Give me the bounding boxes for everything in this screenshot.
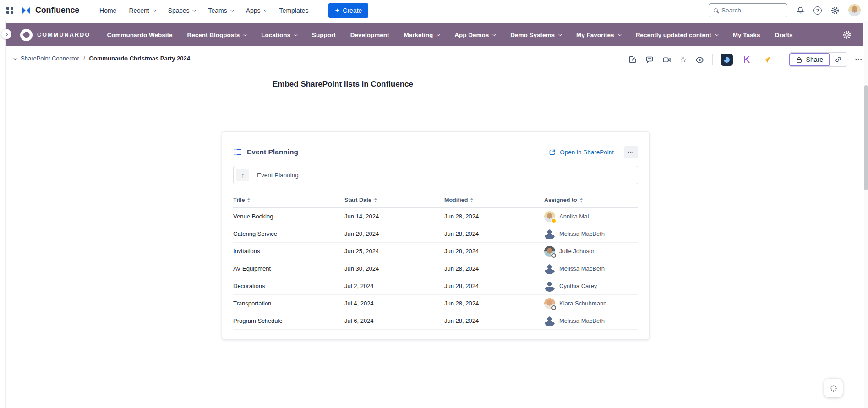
assignee-avatar (544, 298, 555, 309)
topnav-item[interactable]: Recent (129, 7, 155, 14)
list-more-button[interactable]: ••• (624, 146, 638, 158)
space-nav-item[interactable]: Demo Systems (510, 32, 562, 38)
space-nav-item[interactable]: My Favorites (576, 32, 621, 38)
cell-assigned-to: Melissa MacBeth (544, 316, 638, 326)
space-nav-item-label: Development (350, 32, 389, 38)
space-nav-item-label: Drafts (775, 32, 792, 38)
floating-loading-button[interactable] (824, 379, 843, 397)
space-nav-item[interactable]: Development (350, 32, 389, 38)
presence-badge (551, 218, 556, 223)
scrollbar-track[interactable] (864, 21, 868, 408)
topnav-item[interactable]: Spaces (168, 7, 196, 14)
assignee-link[interactable]: Annika Mai (559, 213, 589, 220)
space-nav-item[interactable]: App Demos (454, 32, 496, 38)
cell-assigned-to: Cynthia Carey (544, 281, 638, 292)
create-button-label: Create (343, 7, 362, 14)
assignee-avatar (544, 316, 555, 326)
top-navbar: Confluence Home Recent Spaces Teams Apps… (0, 0, 868, 21)
topnav-item-label: Teams (208, 7, 227, 14)
sort-icon (374, 198, 377, 202)
settings-gear-icon[interactable] (830, 6, 840, 15)
video-icon[interactable] (662, 55, 671, 65)
list-breadcrumb-label[interactable]: Event Planning (257, 172, 299, 179)
breadcrumb-space-link[interactable]: SharePoint Connector (21, 55, 79, 62)
loom-app-icon[interactable] (721, 54, 733, 66)
chevron-down-icon (558, 32, 562, 36)
cell-title: Catering Service (233, 230, 344, 237)
table-row[interactable]: Invitations Jun 25, 2024 Jun 28, 2024 Ju… (233, 243, 638, 260)
assignee-link[interactable]: Melissa MacBeth (559, 317, 605, 324)
space-nav-item[interactable]: Support (312, 32, 336, 38)
table-row[interactable]: Transportation Jul 4, 2024 Jun 28, 2024 … (233, 295, 638, 312)
breadcrumb-page-title[interactable]: Communardo Christmas Party 2024 (89, 55, 190, 62)
cell-start-date: Jun 14, 2024 (344, 213, 444, 220)
app-switcher-icon[interactable] (6, 7, 13, 14)
presence-badge (551, 305, 556, 310)
watch-eye-icon[interactable] (695, 55, 704, 65)
up-arrow-button[interactable]: ↑ (236, 169, 249, 181)
cell-start-date: Jul 6, 2024 (344, 317, 444, 324)
table-row[interactable]: Catering Service Jun 20, 2024 Jun 28, 20… (233, 225, 638, 243)
space-nav-item[interactable]: Marketing (404, 32, 440, 38)
table-row[interactable]: Decorations Jul 2, 2024 Jun 28, 2024 Cyn… (233, 277, 638, 295)
breadcrumb: SharePoint Connector / Communardo Christ… (14, 55, 190, 62)
topnav-item[interactable]: Templates (279, 7, 309, 14)
topnav-item[interactable]: Teams (208, 7, 233, 14)
space-nav-item[interactable]: Recently updated content (636, 32, 718, 38)
search-box[interactable] (709, 3, 787, 17)
cell-assigned-to: Annika Mai (544, 211, 638, 222)
assignee-avatar (544, 281, 555, 292)
assignee-avatar (544, 246, 555, 257)
table-row[interactable]: Program Schedule Jul 6, 2024 Jun 28, 202… (233, 312, 638, 330)
comment-icon[interactable] (645, 55, 654, 64)
list-icon (233, 147, 242, 157)
help-icon[interactable]: ? (813, 6, 822, 15)
communardo-brand[interactable]: COMMUNARDO (20, 29, 90, 41)
table-row[interactable]: AV Equipment Jun 30, 2024 Jun 28, 2024 M… (233, 260, 638, 277)
table-column-header[interactable]: Start Date (344, 197, 444, 203)
table-column-header[interactable]: Title (233, 197, 344, 203)
space-settings-gear-icon[interactable] (842, 30, 852, 40)
chevron-down-icon (263, 8, 267, 11)
chevron-down-icon[interactable] (14, 57, 16, 60)
space-nav-item[interactable]: Locations (261, 32, 297, 38)
space-nav-item[interactable]: My Tasks (733, 32, 760, 38)
space-nav-item-label: Support (312, 32, 336, 38)
topnav-item-label: Spaces (168, 7, 190, 14)
topnav-item[interactable]: Home (99, 7, 116, 14)
assignee-link[interactable]: Cynthia Carey (559, 283, 597, 289)
k-app-icon[interactable]: K (741, 54, 753, 66)
paper-plane-app-icon[interactable] (761, 54, 773, 66)
space-nav-item[interactable]: Communardo Website (107, 32, 172, 38)
user-avatar[interactable] (848, 4, 861, 16)
assignee-avatar (544, 211, 555, 222)
notifications-bell-icon[interactable] (796, 6, 805, 15)
open-in-sharepoint-link[interactable]: Open in SharePoint (548, 148, 614, 156)
assignee-link[interactable]: Klara Schuhmann (559, 300, 606, 307)
topnav-item[interactable]: Apps (246, 7, 267, 14)
cell-assigned-to: Melissa MacBeth (544, 228, 638, 239)
assignee-link[interactable]: Julie Johnson (559, 248, 596, 255)
presence-badge (551, 253, 556, 258)
topnav-item-label: Templates (279, 7, 309, 14)
star-icon[interactable]: ☆ (679, 55, 687, 64)
table-row[interactable]: Venue Booking Jun 14, 2024 Jun 28, 2024 … (233, 208, 638, 225)
cell-assigned-to: Julie Johnson (544, 246, 638, 257)
copy-link-icon[interactable] (830, 53, 847, 66)
table-column-header[interactable]: Assigned to (544, 197, 638, 203)
edit-icon[interactable] (628, 55, 637, 64)
create-button[interactable]: + Create (328, 3, 368, 18)
assignee-link[interactable]: Melissa MacBeth (559, 265, 605, 272)
confluence-logo[interactable]: Confluence (21, 5, 79, 16)
scrollbar-thumb[interactable] (864, 85, 868, 190)
sort-icon (580, 198, 583, 202)
share-button[interactable]: Share (789, 53, 830, 66)
space-nav-item[interactable]: Recent Blogposts (187, 32, 246, 38)
sidebar-expand-button[interactable] (1, 29, 11, 39)
space-nav-item[interactable]: Drafts (775, 32, 792, 38)
table-column-header[interactable]: Modified (444, 197, 544, 203)
cell-start-date: Jul 4, 2024 (344, 300, 444, 307)
assignee-link[interactable]: Melissa MacBeth (559, 230, 605, 237)
search-input[interactable] (721, 7, 782, 14)
more-actions-button[interactable]: ••• (855, 57, 863, 62)
